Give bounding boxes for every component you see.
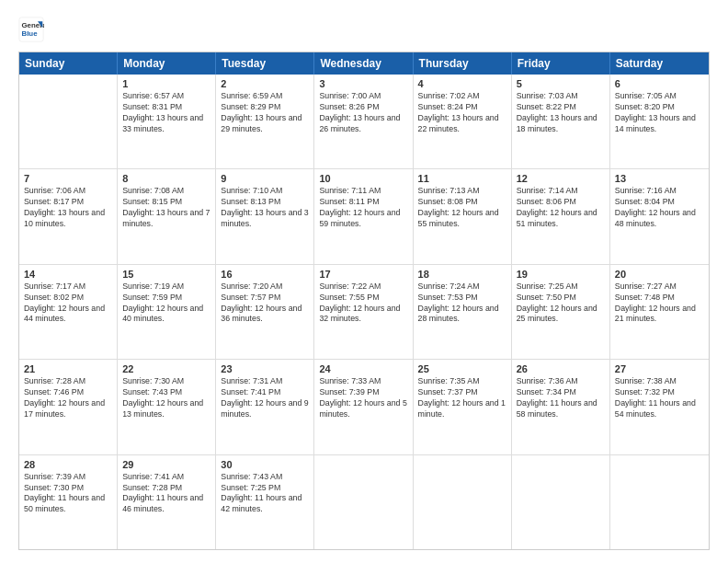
day-number: 16 [221, 269, 309, 280]
calendar-cell: 9Sunrise: 7:10 AMSunset: 8:13 PMDaylight… [216, 169, 314, 263]
weekday-header: Friday [512, 52, 610, 75]
calendar-cell: 19Sunrise: 7:25 AMSunset: 7:50 PMDayligh… [512, 265, 610, 359]
day-number: 7 [24, 173, 112, 184]
cell-info: Sunrise: 7:41 AMSunset: 7:28 PMDaylight:… [122, 472, 210, 516]
weekday-header: Wednesday [314, 52, 413, 75]
cell-info: Sunrise: 7:24 AMSunset: 7:53 PMDaylight:… [418, 282, 506, 326]
cell-info: Sunrise: 7:08 AMSunset: 8:15 PMDaylight:… [122, 186, 210, 230]
logo-icon: General Blue [18, 17, 44, 42]
calendar-cell: 25Sunrise: 7:35 AMSunset: 7:37 PMDayligh… [414, 360, 512, 454]
weekday-header: Sunday [19, 52, 118, 75]
day-number: 20 [615, 269, 704, 280]
calendar-cell [19, 75, 118, 168]
calendar-cell: 16Sunrise: 7:20 AMSunset: 7:57 PMDayligh… [216, 265, 314, 359]
day-number: 25 [418, 363, 506, 374]
day-number: 18 [418, 269, 506, 280]
cell-info: Sunrise: 7:03 AMSunset: 8:22 PMDaylight:… [517, 91, 605, 135]
cell-info: Sunrise: 7:00 AMSunset: 8:26 PMDaylight:… [319, 91, 407, 135]
cell-info: Sunrise: 7:06 AMSunset: 8:17 PMDaylight:… [24, 186, 112, 230]
calendar-row: 14Sunrise: 7:17 AMSunset: 8:02 PMDayligh… [19, 265, 709, 360]
calendar-cell [414, 455, 512, 549]
calendar-cell: 8Sunrise: 7:08 AMSunset: 8:15 PMDaylight… [118, 169, 216, 263]
day-number: 3 [319, 78, 407, 89]
weekday-header: Thursday [414, 52, 512, 75]
calendar-cell: 13Sunrise: 7:16 AMSunset: 8:04 PMDayligh… [610, 169, 709, 263]
calendar-cell: 29Sunrise: 7:41 AMSunset: 7:28 PMDayligh… [118, 455, 216, 549]
calendar-cell: 7Sunrise: 7:06 AMSunset: 8:17 PMDaylight… [19, 169, 118, 263]
calendar-cell: 2Sunrise: 6:59 AMSunset: 8:29 PMDaylight… [216, 75, 314, 168]
calendar: SundayMondayTuesdayWednesdayThursdayFrid… [18, 52, 710, 550]
cell-info: Sunrise: 6:59 AMSunset: 8:29 PMDaylight:… [221, 91, 309, 135]
day-number: 12 [517, 173, 605, 184]
day-number: 22 [122, 363, 210, 374]
cell-info: Sunrise: 7:33 AMSunset: 7:39 PMDaylight:… [319, 376, 407, 420]
calendar-cell: 5Sunrise: 7:03 AMSunset: 8:22 PMDaylight… [512, 75, 610, 168]
cell-info: Sunrise: 7:17 AMSunset: 8:02 PMDaylight:… [24, 282, 112, 326]
calendar-cell: 27Sunrise: 7:38 AMSunset: 7:32 PMDayligh… [610, 360, 709, 454]
day-number: 29 [122, 459, 210, 470]
calendar-row: 21Sunrise: 7:28 AMSunset: 7:46 PMDayligh… [19, 360, 709, 454]
day-number: 15 [122, 269, 210, 280]
calendar-header: SundayMondayTuesdayWednesdayThursdayFrid… [19, 52, 709, 75]
cell-info: Sunrise: 7:20 AMSunset: 7:57 PMDaylight:… [221, 282, 309, 326]
cell-info: Sunrise: 7:35 AMSunset: 7:37 PMDaylight:… [418, 376, 506, 420]
calendar-cell: 1Sunrise: 6:57 AMSunset: 8:31 PMDaylight… [118, 75, 216, 168]
day-number: 11 [418, 173, 506, 184]
page: General Blue SundayMondayTuesdayWednesda… [0, 0, 728, 563]
calendar-cell [512, 455, 610, 549]
cell-info: Sunrise: 7:10 AMSunset: 8:13 PMDaylight:… [221, 186, 309, 230]
calendar-cell [610, 455, 709, 549]
day-number: 14 [24, 269, 112, 280]
cell-info: Sunrise: 7:25 AMSunset: 7:50 PMDaylight:… [517, 282, 605, 326]
day-number: 27 [615, 363, 704, 374]
cell-info: Sunrise: 6:57 AMSunset: 8:31 PMDaylight:… [122, 91, 210, 135]
cell-info: Sunrise: 7:43 AMSunset: 7:25 PMDaylight:… [221, 472, 309, 516]
cell-info: Sunrise: 7:02 AMSunset: 8:24 PMDaylight:… [418, 91, 506, 135]
weekday-header: Tuesday [216, 52, 314, 75]
logo: General Blue [18, 17, 44, 42]
day-number: 2 [221, 78, 309, 89]
cell-info: Sunrise: 7:11 AMSunset: 8:11 PMDaylight:… [319, 186, 407, 230]
calendar-cell: 20Sunrise: 7:27 AMSunset: 7:48 PMDayligh… [610, 265, 709, 359]
cell-info: Sunrise: 7:28 AMSunset: 7:46 PMDaylight:… [24, 376, 112, 420]
cell-info: Sunrise: 7:05 AMSunset: 8:20 PMDaylight:… [615, 91, 704, 135]
calendar-cell: 26Sunrise: 7:36 AMSunset: 7:34 PMDayligh… [512, 360, 610, 454]
calendar-cell: 4Sunrise: 7:02 AMSunset: 8:24 PMDaylight… [414, 75, 512, 168]
calendar-cell: 18Sunrise: 7:24 AMSunset: 7:53 PMDayligh… [414, 265, 512, 359]
day-number: 5 [517, 78, 605, 89]
weekday-header: Monday [118, 52, 216, 75]
day-number: 9 [221, 173, 309, 184]
cell-info: Sunrise: 7:27 AMSunset: 7:48 PMDaylight:… [615, 282, 704, 326]
calendar-row: 7Sunrise: 7:06 AMSunset: 8:17 PMDaylight… [19, 169, 709, 264]
day-number: 6 [615, 78, 704, 89]
calendar-cell: 22Sunrise: 7:30 AMSunset: 7:43 PMDayligh… [118, 360, 216, 454]
day-number: 26 [517, 363, 605, 374]
calendar-cell [314, 455, 413, 549]
calendar-cell: 3Sunrise: 7:00 AMSunset: 8:26 PMDaylight… [314, 75, 413, 168]
day-number: 19 [517, 269, 605, 280]
calendar-body: 1Sunrise: 6:57 AMSunset: 8:31 PMDaylight… [19, 75, 709, 549]
calendar-cell: 12Sunrise: 7:14 AMSunset: 8:06 PMDayligh… [512, 169, 610, 263]
calendar-cell: 24Sunrise: 7:33 AMSunset: 7:39 PMDayligh… [314, 360, 413, 454]
cell-info: Sunrise: 7:39 AMSunset: 7:30 PMDaylight:… [24, 472, 112, 516]
day-number: 21 [24, 363, 112, 374]
weekday-header: Saturday [610, 52, 709, 75]
cell-info: Sunrise: 7:38 AMSunset: 7:32 PMDaylight:… [615, 376, 704, 420]
calendar-cell: 15Sunrise: 7:19 AMSunset: 7:59 PMDayligh… [118, 265, 216, 359]
day-number: 8 [122, 173, 210, 184]
day-number: 17 [319, 269, 407, 280]
calendar-cell: 23Sunrise: 7:31 AMSunset: 7:41 PMDayligh… [216, 360, 314, 454]
cell-info: Sunrise: 7:36 AMSunset: 7:34 PMDaylight:… [517, 376, 605, 420]
calendar-cell: 28Sunrise: 7:39 AMSunset: 7:30 PMDayligh… [19, 455, 118, 549]
calendar-cell: 10Sunrise: 7:11 AMSunset: 8:11 PMDayligh… [314, 169, 413, 263]
cell-info: Sunrise: 7:14 AMSunset: 8:06 PMDaylight:… [517, 186, 605, 230]
calendar-cell: 17Sunrise: 7:22 AMSunset: 7:55 PMDayligh… [314, 265, 413, 359]
cell-info: Sunrise: 7:13 AMSunset: 8:08 PMDaylight:… [418, 186, 506, 230]
day-number: 10 [319, 173, 407, 184]
day-number: 23 [221, 363, 309, 374]
day-number: 24 [319, 363, 407, 374]
day-number: 28 [24, 459, 112, 470]
calendar-cell: 21Sunrise: 7:28 AMSunset: 7:46 PMDayligh… [19, 360, 118, 454]
day-number: 1 [122, 78, 210, 89]
cell-info: Sunrise: 7:16 AMSunset: 8:04 PMDaylight:… [615, 186, 704, 230]
